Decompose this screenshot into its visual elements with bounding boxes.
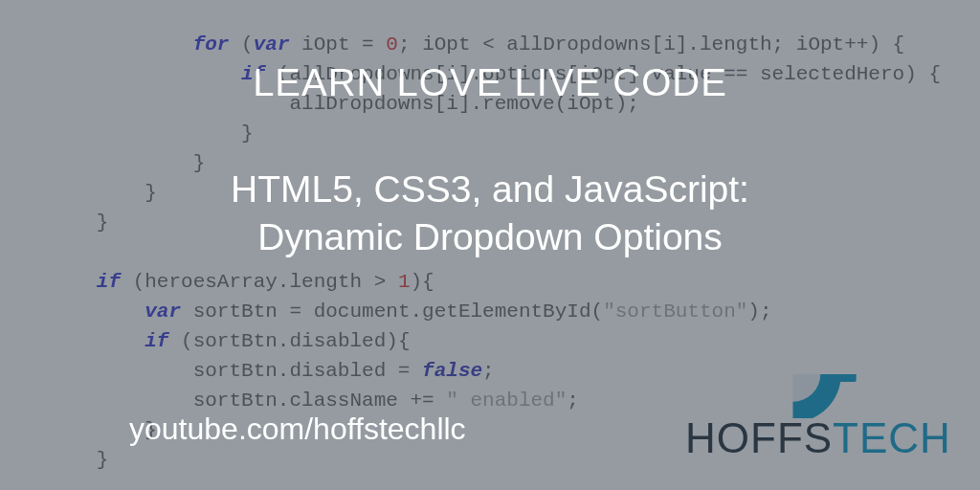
hoffstech-logo: HOFFSTECH (685, 316, 953, 459)
svg-rect-5 (837, 367, 857, 382)
brand-wordmark: HOFFSTECH (685, 417, 951, 459)
title-line-1: HTML5, CSS3, and JavaScript: (0, 166, 980, 213)
gear-icon (724, 308, 862, 418)
youtube-url: youtube.com/hoffstechllc (129, 412, 466, 447)
svg-rect-2 (786, 311, 801, 330)
title-block: HTML5, CSS3, and JavaScript: Dynamic Dro… (0, 166, 980, 261)
title-line-2: Dynamic Dropdown Options (0, 213, 980, 261)
tagline: LEARN LOVE LIVE CODE (0, 61, 980, 104)
svg-rect-8 (729, 367, 748, 382)
brand-part-2: TECH (833, 414, 951, 461)
brand-part-1: HOFFS (685, 414, 833, 461)
svg-point-9 (766, 346, 821, 402)
